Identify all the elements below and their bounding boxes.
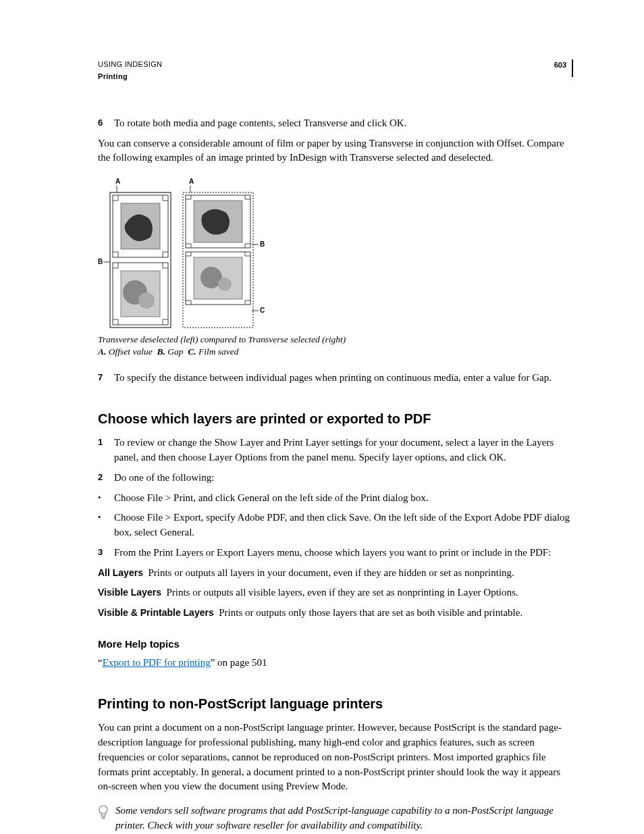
link-suffix: ” on page 501 — [211, 657, 267, 668]
more-help-link-line: “Export to PDF for printing” on page 501 — [98, 656, 573, 671]
step-number: 1 — [98, 436, 106, 465]
step-7: 7 To specify the distance between indivi… — [98, 371, 573, 386]
lightbulb-icon — [98, 805, 109, 820]
caption-c-text: Film saved — [198, 346, 239, 357]
page-number: 603 — [554, 59, 566, 77]
svg-point-41 — [218, 278, 232, 291]
figure-label-a-left: A — [115, 178, 120, 185]
section1-steps: 1 To review or change the Show Layer and… — [98, 436, 573, 485]
def-all-layers: All Layers Prints or outputs all layers … — [98, 566, 573, 581]
caption-b-label: B. — [157, 346, 165, 357]
header-left: USING INDESIGN Printing — [98, 59, 162, 82]
def-term: Visible Layers — [98, 587, 161, 598]
section-heading-layers: Choose which layers are printed or expor… — [98, 409, 573, 429]
figure-caption: Transverse deselected (left) compared to… — [98, 334, 573, 358]
step-text: Do one of the following: — [114, 471, 573, 486]
figure-label-c: C — [260, 307, 265, 314]
step-text: To specify the distance between individu… — [114, 371, 573, 386]
step-number: 6 — [98, 116, 106, 131]
caption-c-label: C. — [188, 346, 196, 357]
figure-transverse: A B A — [98, 178, 573, 358]
intro-paragraph: You can conserve a considerable amount o… — [98, 136, 573, 166]
def-text: Prints or outputs only those layers that… — [219, 607, 522, 618]
step-6: 6 To rotate both media and page contents… — [98, 116, 573, 131]
section1-bullets: Choose File > Print, and click General o… — [98, 491, 573, 540]
header-title: USING INDESIGN — [98, 59, 162, 70]
def-term: All Layers — [98, 567, 143, 578]
tip-text: Some vendors sell software programs that… — [115, 804, 573, 833]
more-help-heading: More Help topics — [98, 637, 573, 652]
caption-b-text: Gap — [167, 346, 183, 357]
caption-line1: Transverse deselected (left) compared to… — [98, 334, 346, 344]
section-heading-nonpostscript: Printing to non-PostScript language prin… — [98, 694, 573, 714]
svg-point-51 — [99, 806, 107, 814]
step-text: From the Print Layers or Export Layers m… — [114, 546, 573, 561]
steps-list-7: 7 To specify the distance between indivi… — [98, 371, 573, 386]
page-header: USING INDESIGN Printing 603 — [98, 59, 573, 82]
caption-a-label: A. — [98, 346, 106, 357]
page-number-wrap: 603 — [554, 59, 573, 77]
steps-list-6: 6 To rotate both media and page contents… — [98, 116, 573, 131]
bullet-text: Choose File > Print, and click General o… — [114, 491, 428, 506]
def-text: Prints or outputs all layers in your doc… — [148, 567, 514, 578]
caption-a-text: Offset value — [109, 346, 153, 357]
tip-row: Some vendors sell software programs that… — [98, 804, 573, 833]
def-text: Prints or outputs all visible layers, ev… — [166, 587, 518, 598]
header-subtitle: Printing — [98, 72, 162, 82]
section1-step-3: 3 From the Print Layers or Export Layers… — [98, 546, 573, 561]
bullet-text: Choose File > Export, specify Adobe PDF,… — [114, 511, 573, 540]
step-text: To review or change the Show Layer and P… — [114, 436, 573, 465]
section1-step-2: 2 Do one of the following: — [98, 471, 573, 486]
section2-body: You can print a document on a non-PostSc… — [98, 721, 573, 794]
bullet-2: Choose File > Export, specify Adobe PDF,… — [98, 511, 573, 540]
figure-label-b-left: B — [98, 258, 103, 265]
def-visible-printable-layers: Visible & Printable Layers Prints or out… — [98, 606, 573, 621]
section1-step-1: 1 To review or change the Show Layer and… — [98, 436, 573, 465]
figure-svg: A B A — [98, 178, 267, 330]
svg-point-16 — [138, 292, 155, 309]
step-number: 2 — [98, 471, 106, 486]
figure-label-b-right: B — [260, 240, 265, 248]
bullet-1: Choose File > Print, and click General o… — [98, 491, 573, 506]
quote-open: “ — [98, 657, 103, 668]
step-number: 7 — [98, 371, 106, 386]
def-term: Visible & Printable Layers — [98, 607, 214, 618]
step-text: To rotate both media and page contents, … — [114, 116, 573, 131]
link-export-pdf[interactable]: Export to PDF for printing — [103, 657, 211, 668]
step-number: 3 — [98, 546, 106, 561]
page-rule — [572, 59, 573, 77]
figure-label-a-right: A — [189, 178, 194, 185]
def-visible-layers: Visible Layers Prints or outputs all vis… — [98, 585, 573, 600]
section1-steps-3: 3 From the Print Layers or Export Layers… — [98, 546, 573, 561]
